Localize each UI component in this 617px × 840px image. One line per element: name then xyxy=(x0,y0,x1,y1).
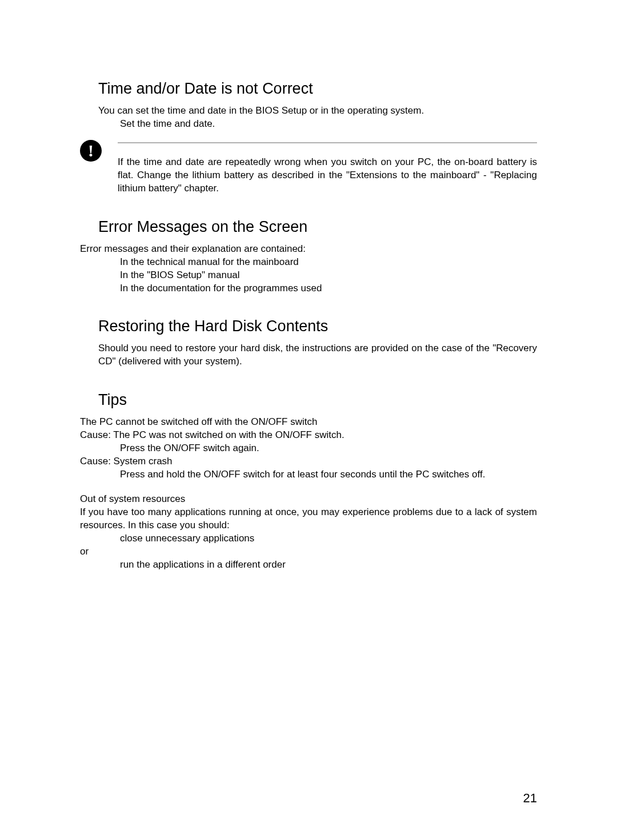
tips-or: or xyxy=(80,545,537,558)
note-rule xyxy=(118,142,537,143)
note-text: If the time and date are repeatedly wron… xyxy=(118,156,537,195)
tips-t1-action2: Press and hold the ON/OFF switch for at … xyxy=(120,468,537,481)
heading-error-messages: Error Messages on the Screen xyxy=(98,218,537,236)
tips-t1-cause1: Cause: The PC was not switched on with t… xyxy=(80,429,537,442)
heading-time-date: Time and/or Date is not Correct xyxy=(98,80,537,98)
restoring-body: Should you need to restore your hard dis… xyxy=(98,342,537,368)
section-time-date: Time and/or Date is not Correct You can … xyxy=(80,80,537,195)
exclamation-icon: ! xyxy=(80,140,102,162)
tips-t2-body: If you have too many applications runnin… xyxy=(80,506,537,532)
tips-t1-cause2: Cause: System crash xyxy=(80,455,537,468)
section-restoring: Restoring the Hard Disk Contents Should … xyxy=(80,317,537,368)
error-intro: Error messages and their explanation are… xyxy=(80,243,537,256)
page-number: 21 xyxy=(523,791,537,806)
section-error-messages: Error Messages on the Screen Error messa… xyxy=(80,218,537,295)
time-date-action: Set the time and date. xyxy=(120,118,537,131)
heading-restoring: Restoring the Hard Disk Contents xyxy=(98,317,537,335)
error-bullet-3: In the documentation for the programmes … xyxy=(120,282,537,295)
tips-t2-action1: close unnecessary applications xyxy=(120,532,537,545)
heading-tips: Tips xyxy=(98,391,537,409)
time-date-intro: You can set the time and date in the BIO… xyxy=(98,105,537,118)
section-tips: Tips The PC cannot be switched off with … xyxy=(80,391,537,571)
note-content: If the time and date are repeatedly wron… xyxy=(118,142,537,195)
tips-t2-action2: run the applications in a different orde… xyxy=(120,558,537,572)
tips-t2-title: Out of system resources xyxy=(80,493,537,506)
note-block: ! If the time and date are repeatedly wr… xyxy=(80,142,537,195)
error-bullet-2: In the "BIOS Setup" manual xyxy=(120,269,537,282)
tips-t1-title: The PC cannot be switched off with the O… xyxy=(80,416,537,429)
tips-t1-action1: Press the ON/OFF switch again. xyxy=(120,442,537,455)
error-bullet-1: In the technical manual for the mainboar… xyxy=(120,256,537,269)
page: Time and/or Date is not Correct You can … xyxy=(0,0,617,840)
